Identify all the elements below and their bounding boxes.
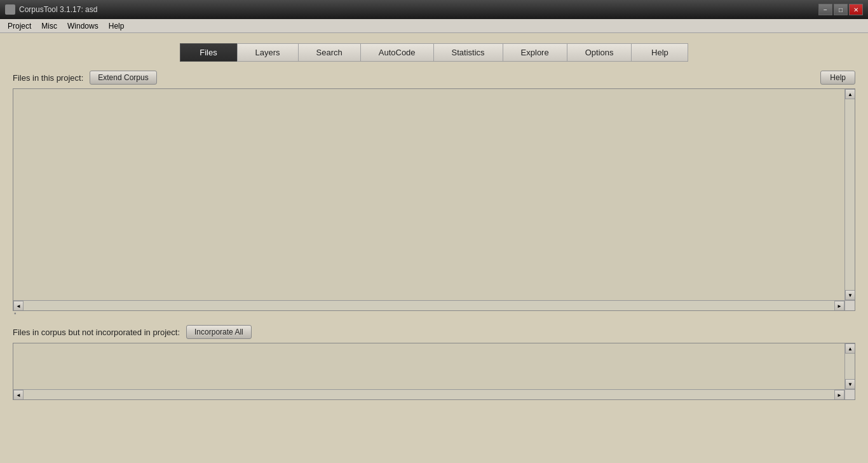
tab-autocode[interactable]: AutoCode (360, 43, 433, 62)
files-scroll-right[interactable]: ► (834, 301, 844, 311)
incorporate-all-button[interactable]: Incorporate All (186, 325, 252, 339)
files-scroll-track-h[interactable] (24, 301, 834, 310)
files-section-label: Files in this project: (13, 73, 83, 83)
resize-handle[interactable]: ▪ (13, 311, 855, 316)
window-title: CorpusTool 3.1.17: asd (19, 5, 97, 14)
app-icon (5, 4, 15, 15)
menu-windows[interactable]: Windows (62, 20, 104, 32)
files-scroll-track-v[interactable] (845, 99, 855, 290)
corpus-scrollbar-h[interactable]: ◄ ► (13, 389, 844, 399)
files-scrollbar-v[interactable]: ▲ ▼ (844, 89, 855, 300)
window-controls: − □ ✕ (818, 4, 863, 15)
resize-indicator: ▪ (14, 311, 19, 316)
files-scroll-down[interactable]: ▼ (845, 290, 855, 300)
tabs-container: Files Layers Search AutoCode Statistics … (13, 43, 855, 62)
files-list-box[interactable]: ▲ ▼ ◄ ► (13, 88, 855, 311)
menu-misc[interactable]: Misc (36, 20, 62, 32)
tab-search[interactable]: Search (298, 43, 360, 62)
corpus-scrollbar-v[interactable]: ▲ ▼ (844, 343, 855, 389)
title-bar: CorpusTool 3.1.17: asd − □ ✕ (0, 0, 868, 19)
menu-bar: Project Misc Windows Help (0, 19, 868, 33)
tab-layers[interactable]: Layers (237, 43, 298, 62)
corpus-scroll-down[interactable]: ▼ (845, 379, 855, 389)
files-scrollbar-h[interactable]: ◄ ► (13, 300, 844, 310)
files-section-header: Files in this project: Extend Corpus Hel… (13, 71, 855, 85)
corpus-section: Files in corpus but not incorporated in … (13, 325, 855, 400)
main-content: Files Layers Search AutoCode Statistics … (0, 33, 868, 463)
corpus-section-label: Files in corpus but not incorporated in … (13, 328, 180, 337)
files-scroll-up[interactable]: ▲ (845, 89, 855, 99)
tab-explore[interactable]: Explore (503, 43, 567, 62)
maximize-button[interactable]: □ (834, 4, 848, 15)
title-bar-left: CorpusTool 3.1.17: asd (5, 4, 97, 15)
menu-help[interactable]: Help (104, 20, 130, 32)
corpus-scroll-up[interactable]: ▲ (845, 343, 855, 354)
tab-files[interactable]: Files (180, 43, 237, 62)
files-scrollbar-corner (844, 300, 855, 310)
corpus-scroll-right[interactable]: ► (834, 390, 844, 400)
corpus-scroll-track-v[interactable] (845, 354, 855, 379)
files-list-inner (13, 89, 855, 310)
corpus-scrollbar-corner (844, 389, 855, 399)
files-header-left: Files in this project: Extend Corpus (13, 71, 157, 85)
minimize-button[interactable]: − (818, 4, 832, 15)
corpus-list-box[interactable]: ▲ ▼ ◄ ► (13, 343, 855, 400)
close-button[interactable]: ✕ (849, 4, 863, 15)
help-button[interactable]: Help (820, 71, 855, 85)
corpus-header-left: Files in corpus but not incorporated in … (13, 325, 252, 339)
menu-project[interactable]: Project (3, 20, 36, 32)
tab-options[interactable]: Options (567, 43, 632, 62)
corpus-scroll-left[interactable]: ◄ (13, 390, 24, 400)
files-scroll-left[interactable]: ◄ (13, 301, 24, 311)
tab-help[interactable]: Help (631, 43, 688, 62)
extend-corpus-button[interactable]: Extend Corpus (90, 71, 156, 85)
corpus-section-header: Files in corpus but not incorporated in … (13, 325, 855, 339)
tab-statistics[interactable]: Statistics (433, 43, 503, 62)
corpus-scroll-track-h[interactable] (24, 390, 834, 399)
